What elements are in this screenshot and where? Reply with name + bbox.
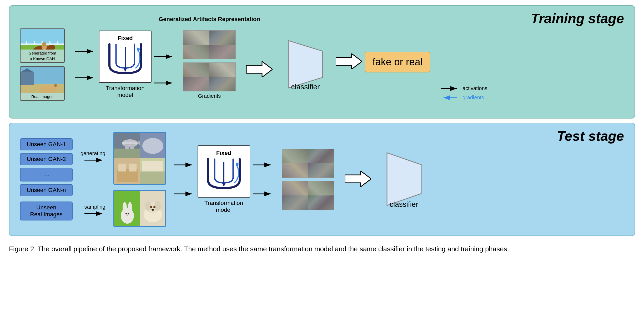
test-transform-label: Transformationmodel (204, 200, 243, 213)
legend-activations-arrow-svg (441, 86, 459, 91)
generating-label: generating (80, 150, 105, 156)
training-transform-container: Fixed Tra (99, 31, 152, 99)
gan-box-1: Unseen GAN-1 (20, 138, 73, 150)
test-classifier-container: classifier (384, 150, 424, 209)
svg-point-80 (153, 206, 155, 208)
generating-group: generating (80, 150, 105, 163)
arrow-to-transform-1 (75, 49, 96, 54)
test-big-arrow (345, 171, 371, 188)
training-transform-box: Fixed (99, 31, 152, 83)
gan-list: Unseen GAN-1 Unseen GAN-2 ··· Unseen GAN… (20, 138, 73, 220)
svg-rect-52 (122, 142, 138, 144)
grad-cell-1-1 (183, 31, 209, 45)
svg-point-70 (124, 211, 130, 218)
test-cell-2 (140, 133, 165, 158)
svg-point-9 (48, 45, 55, 50)
big-arrow-to-result (336, 53, 362, 70)
svg-marker-94 (387, 153, 421, 205)
test-img-4 (140, 158, 165, 184)
training-gradients-container: Generalized Artifacts Representation (178, 30, 241, 99)
test-grad-cell-1-3 (282, 163, 308, 178)
legend-gradients-arrow-svg (441, 95, 459, 100)
svg-rect-50 (114, 149, 140, 158)
big-arrow-svg (246, 61, 273, 77)
test-img-3 (114, 158, 140, 184)
test-grad-cell-2-2 (308, 181, 334, 195)
grad-cell-2-3 (183, 77, 209, 91)
grad-cell-2-2 (209, 63, 235, 77)
test-arrows-labels: generating sampling (80, 143, 105, 216)
legend-gradients-label: gradients (462, 95, 484, 101)
generated-image-container: Generated froma Known GAN (20, 28, 65, 63)
generated-label: Generated froma Known GAN (21, 50, 64, 62)
real-image-container: Real Images (20, 66, 65, 101)
training-classifier-label: classifier (291, 83, 320, 91)
test-generated-grid (113, 132, 166, 185)
training-image-stack: Generated froma Known GAN (20, 28, 65, 101)
svg-rect-61 (118, 164, 126, 171)
dog-img (140, 191, 165, 226)
test-gradient-image-2 (282, 181, 334, 210)
arrow-to-transform-2 (75, 75, 96, 80)
training-gradients-label: Gradients (198, 93, 221, 99)
svg-rect-62 (129, 164, 137, 171)
test-real-1 (114, 191, 140, 226)
training-gradient-stack (183, 30, 236, 91)
test-gradient-stack (282, 149, 334, 210)
test-grad-cell-2-4 (308, 195, 334, 210)
generated-image-box: Generated froma Known GAN (20, 28, 65, 63)
test-arrows-3 (253, 162, 274, 197)
svg-point-77 (145, 201, 151, 211)
test-arrows-2 (174, 162, 195, 197)
svg-marker-87 (222, 183, 226, 187)
test-grad-cell-2-3 (282, 195, 308, 210)
svg-rect-64 (140, 171, 165, 184)
svg-point-78 (154, 201, 161, 211)
svg-marker-38 (246, 61, 273, 77)
test-img-2 (140, 133, 165, 158)
svg-point-72 (128, 213, 129, 214)
unseen-real-box: UnseenReal Images (20, 202, 73, 220)
legend-activations: activations (441, 85, 487, 91)
gradient-image-1 (183, 30, 236, 59)
training-arrows-1 (75, 49, 96, 80)
training-content: Generated froma Known GAN (20, 23, 624, 101)
training-classifier-container: classifier (286, 38, 325, 91)
test-transform-container: Fixed Transformationmodel (198, 145, 250, 213)
generating-arrow (84, 158, 105, 163)
test-funnel-svg (203, 156, 245, 193)
test-grad-cell-2-1 (282, 181, 308, 195)
test-grad-cell-1-1 (282, 149, 308, 163)
training-arrows-2 (154, 54, 175, 86)
main-container: Training stage (9, 5, 635, 254)
svg-marker-40 (336, 53, 362, 69)
real-images-label: Real Images (21, 93, 64, 100)
gan-box-2: Unseen GAN-2 (20, 153, 73, 165)
grad-cell-1-2 (209, 31, 235, 45)
gradient-image-2 (183, 62, 236, 91)
svg-rect-65 (142, 161, 163, 171)
sampling-label: sampling (84, 204, 105, 210)
gan-box-n: Unseen GAN-n (20, 184, 73, 196)
svg-marker-32 (123, 68, 127, 72)
test-arrow-4 (174, 191, 195, 197)
test-real-2 (140, 191, 165, 226)
ellipsis-box: ··· (20, 168, 73, 181)
test-cell-4 (140, 158, 165, 184)
test-grad-cell-1-2 (308, 149, 334, 163)
training-funnel-svg (104, 42, 146, 78)
svg-point-15 (42, 42, 46, 46)
legend-activations-label: activations (462, 85, 487, 91)
test-transform-box: Fixed (198, 145, 250, 198)
sampling-group: sampling (80, 204, 105, 216)
test-gradient-image-1 (282, 149, 334, 178)
test-arrow-6 (253, 191, 274, 197)
svg-marker-39 (288, 41, 323, 88)
training-panel: Training stage (9, 5, 635, 119)
test-classifier-svg (384, 150, 424, 208)
arrow-to-gradient-2 (154, 80, 175, 86)
svg-point-73 (127, 215, 128, 216)
test-transform-fixed: Fixed (216, 150, 231, 156)
grad-cell-1-4 (209, 45, 235, 59)
test-content: Unseen GAN-1 Unseen GAN-2 ··· Unseen GAN… (20, 132, 624, 227)
